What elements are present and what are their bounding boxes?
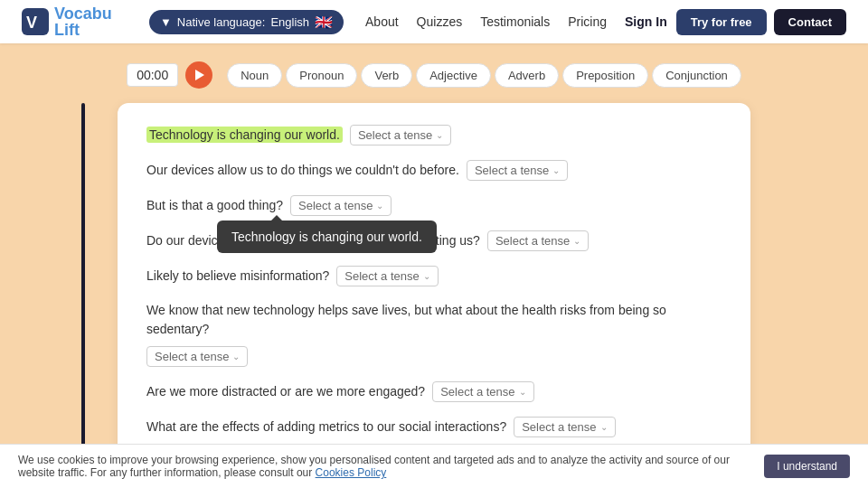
chevron-down-icon: ⌄: [519, 387, 526, 397]
logo[interactable]: V Vocabu Lift: [22, 5, 112, 38]
tense-select-3[interactable]: Select a tense ⌄: [290, 195, 392, 216]
tag-noun[interactable]: Noun: [227, 63, 282, 88]
lang-label: Native language:: [177, 15, 266, 29]
cookie-accept-button[interactable]: I understand: [764, 455, 850, 478]
cookie-bar: We use cookies to improve your browsing …: [0, 444, 868, 488]
nav-about[interactable]: About: [365, 14, 399, 29]
chevron-down-icon: ⌄: [423, 271, 430, 281]
svg-text:V: V: [26, 14, 37, 32]
tense-select-6[interactable]: Select a tense ⌄: [146, 346, 248, 367]
sentence-row: Our devices allow us to do things we cou…: [146, 160, 722, 181]
tense-select-8[interactable]: Select a tense ⌄: [514, 417, 615, 437]
chevron-down-icon: ⌄: [573, 236, 580, 246]
navbar: V Vocabu Lift ▼ Native language: English…: [0, 0, 868, 43]
play-button[interactable]: [185, 61, 212, 89]
nav-links: About Quizzes Testimonials Pricing: [365, 14, 607, 29]
highlighted-text: Technology is changing our world.: [146, 127, 343, 143]
tense-select-4[interactable]: Select a tense ⌄: [487, 230, 589, 251]
main-content: 00:00 Noun Pronoun Verb Adjective Adverb…: [0, 43, 868, 488]
vertical-line: [81, 103, 85, 488]
sentence-card: Technology is changing our world. Select…: [118, 103, 750, 488]
signin-button[interactable]: Sign In: [625, 14, 667, 29]
tag-conjunction[interactable]: Conjunction: [652, 63, 741, 88]
card-container: Technology is changing our world. Select…: [118, 103, 750, 488]
tag-pronoun[interactable]: Pronoun: [286, 63, 357, 88]
nav-testimonials[interactable]: Testimonials: [480, 14, 550, 29]
sentence-1: Technology is changing our world.: [146, 126, 343, 145]
sentence-row: Are we more distracted or are we more en…: [146, 381, 722, 402]
tag-adverb[interactable]: Adverb: [495, 63, 559, 88]
tense-select-5[interactable]: Select a tense ⌄: [336, 266, 438, 286]
tag-verb[interactable]: Verb: [361, 63, 412, 88]
tooltip-text: Technology is changing our world.: [231, 230, 422, 244]
chevron-down-icon: ⌄: [232, 352, 240, 361]
time-display: 00:00: [127, 63, 178, 87]
logo-top: Vocabu: [54, 5, 112, 22]
player-bar: 00:00 Noun Pronoun Verb Adjective Adverb…: [127, 61, 741, 89]
sentence-5: Likely to believe misinformation?: [146, 267, 329, 286]
sentence-row: We know that new technology helps save l…: [146, 301, 722, 367]
contact-button[interactable]: Contact: [774, 9, 846, 35]
logo-bottom: Lift: [54, 22, 112, 38]
lang-value: English: [270, 15, 309, 29]
nav-pricing[interactable]: Pricing: [568, 14, 607, 29]
chevron-down-icon: ⌄: [552, 165, 560, 175]
logo-icon: V: [22, 8, 49, 35]
chevron-down-icon: ⌄: [436, 130, 443, 140]
tooltip: Technology is changing our world.: [217, 221, 437, 253]
flag-icon: 🇬🇧: [315, 14, 333, 31]
sentence-row: What are the effects of adding metrics t…: [146, 417, 722, 437]
chevron-down-icon: ⌄: [600, 422, 608, 432]
tense-select-7[interactable]: Select a tense ⌄: [432, 381, 533, 402]
pos-tags: Noun Pronoun Verb Adjective Adverb Prepo…: [227, 63, 741, 88]
sentence-2: Our devices allow us to do things we cou…: [146, 161, 459, 180]
tryfree-button[interactable]: Try for free: [676, 9, 767, 35]
cookie-text: We use cookies to improve your browsing …: [18, 454, 764, 479]
tag-preposition[interactable]: Preposition: [562, 63, 648, 88]
sentence-7: Are we more distracted or are we more en…: [146, 382, 425, 401]
language-selector[interactable]: ▼ Native language: English 🇬🇧: [149, 10, 344, 34]
sentence-row: But is that a good thing? Select a tense…: [146, 195, 722, 216]
chevron-down-icon: ⌄: [376, 201, 383, 211]
sentence-row: Likely to believe misinformation? Select…: [146, 266, 722, 286]
nav-quizzes[interactable]: Quizzes: [417, 14, 463, 29]
sentence-3: But is that a good thing?: [146, 196, 283, 215]
tag-adjective[interactable]: Adjective: [416, 63, 491, 88]
sentence-8: What are the effects of adding metrics t…: [146, 418, 506, 436]
chevron-down-icon: ▼: [160, 15, 172, 29]
tense-select-2[interactable]: Select a tense ⌄: [467, 160, 568, 181]
cookies-policy-link[interactable]: Cookies Policy: [316, 466, 387, 479]
sentence-row: Technology is changing our world. Select…: [146, 125, 722, 145]
sentence-6: We know that new technology helps save l…: [146, 301, 722, 339]
tense-select-1[interactable]: Select a tense ⌄: [350, 125, 451, 145]
